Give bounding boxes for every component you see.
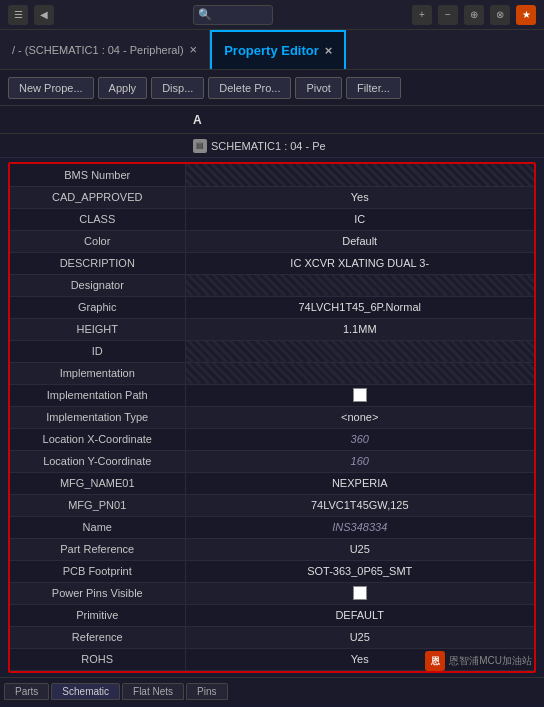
prop-name-cell: DESCRIPTION	[10, 252, 185, 274]
prop-value-cell[interactable]: 74LVCH1T45_6P.Normal	[185, 296, 534, 318]
tab-property-editor-label: Property Editor	[224, 43, 319, 58]
white-box-indicator	[353, 388, 367, 402]
prop-value-cell[interactable]: IC	[185, 208, 534, 230]
table-row[interactable]: ColorDefault	[10, 230, 534, 252]
prop-name-cell: Color	[10, 230, 185, 252]
prop-name-cell: Designator	[10, 274, 185, 296]
new-property-button[interactable]: New Prope...	[8, 77, 94, 99]
table-row[interactable]: BMS Number	[10, 164, 534, 186]
prop-name-cell: CAD_APPROVED	[10, 186, 185, 208]
table-row[interactable]: MFG_PN0174LVC1T45GW,125	[10, 494, 534, 516]
table-row[interactable]: Location Y-Coordinate160	[10, 450, 534, 472]
prop-value-cell[interactable]: INS348334	[185, 516, 534, 538]
prop-value-cell[interactable]	[185, 274, 534, 296]
prop-value-cell[interactable]: SOT-363_0P65_SMT	[185, 560, 534, 582]
table-row[interactable]: HEIGHT1.1MM	[10, 318, 534, 340]
prop-value-cell[interactable]: Default	[185, 230, 534, 252]
prop-name-cell: Power Pins Visible	[10, 582, 185, 604]
prop-name-cell: BMS Number	[10, 164, 185, 186]
search-box[interactable]: 🔍	[193, 5, 273, 25]
table-row[interactable]: Power Pins Visible	[10, 582, 534, 604]
prop-name-cell: Part Reference	[10, 538, 185, 560]
table-row[interactable]: Graphic74LVCH1T45_6P.Normal	[10, 296, 534, 318]
prop-value-cell[interactable]: U25	[185, 538, 534, 560]
bottom-tab-flat-nets[interactable]: Flat Nets	[122, 683, 184, 700]
prop-name-cell: CLASS	[10, 208, 185, 230]
prop-name-cell: Primitive	[10, 604, 185, 626]
table-row[interactable]: NameINS348334	[10, 516, 534, 538]
tab-schematic-label: / - (SCHEMATIC1 : 04 - Peripheral)	[12, 44, 184, 56]
back-icon[interactable]: ◀	[34, 5, 54, 25]
table-row[interactable]: CLASSIC	[10, 208, 534, 230]
prop-value-cell[interactable]: DEFAULT	[185, 604, 534, 626]
delete-property-button[interactable]: Delete Pro...	[208, 77, 291, 99]
tab-bar: / - (SCHEMATIC1 : 04 - Peripheral) × Pro…	[0, 30, 544, 70]
prop-value-cell[interactable]: U25	[185, 626, 534, 648]
button-bar: New Prope... Apply Disp... Delete Pro...…	[0, 70, 544, 106]
watermark: 恩 恩智浦MCU加油站	[425, 651, 532, 671]
prop-value-cell[interactable]: 74LVC1T45GW,125	[185, 494, 534, 516]
prop-value-cell[interactable]: Yes	[185, 186, 534, 208]
bottom-tabs: Parts Schematic Flat Nets Pins	[0, 677, 544, 705]
tab-property-editor-close[interactable]: ×	[325, 43, 333, 58]
filter-button[interactable]: Filter...	[346, 77, 401, 99]
table-row[interactable]: Designator	[10, 274, 534, 296]
settings-icon[interactable]: ★	[516, 5, 536, 25]
menu-icon[interactable]: ☰	[8, 5, 28, 25]
table-row[interactable]: Location X-Coordinate360	[10, 428, 534, 450]
prop-name-cell: MFG_PN01	[10, 494, 185, 516]
apply-button[interactable]: Apply	[98, 77, 148, 99]
watermark-text: 恩智浦MCU加油站	[449, 654, 532, 668]
prop-value-cell[interactable]	[185, 362, 534, 384]
minus-icon[interactable]: −	[438, 5, 458, 25]
table-row[interactable]: CAD_APPROVEDYes	[10, 186, 534, 208]
white-box-indicator	[353, 586, 367, 600]
property-table-wrapper: BMS NumberCAD_APPROVEDYesCLASSICColorDef…	[8, 162, 536, 673]
display-button[interactable]: Disp...	[151, 77, 204, 99]
watermark-icon: 恩	[425, 651, 445, 671]
prop-value-cell[interactable]: 160	[185, 450, 534, 472]
column-header: A	[0, 106, 544, 134]
prop-value-cell[interactable]: IC XCVR XLATING DUAL 3-	[185, 252, 534, 274]
prop-name-cell: Implementation Type	[10, 406, 185, 428]
prop-name-cell: Implementation Path	[10, 384, 185, 406]
property-table: BMS NumberCAD_APPROVEDYesCLASSICColorDef…	[10, 164, 534, 671]
table-row[interactable]: PrimitiveDEFAULT	[10, 604, 534, 626]
bottom-tab-pins[interactable]: Pins	[186, 683, 227, 700]
table-row[interactable]: Implementation	[10, 362, 534, 384]
tab-schematic[interactable]: / - (SCHEMATIC1 : 04 - Peripheral) ×	[0, 30, 210, 69]
tab-schematic-close[interactable]: ×	[190, 42, 198, 57]
prop-value-cell[interactable]: 1.1MM	[185, 318, 534, 340]
zoom-icon[interactable]: ⊕	[464, 5, 484, 25]
prop-name-cell: Implementation	[10, 362, 185, 384]
fit-icon[interactable]: ⊗	[490, 5, 510, 25]
tab-property-editor[interactable]: Property Editor ×	[210, 30, 346, 69]
plus-icon[interactable]: +	[412, 5, 432, 25]
prop-name-cell: PCB Footprint	[10, 560, 185, 582]
toolbar-icons: ☰ ◀	[8, 5, 54, 25]
prop-name-cell: Graphic	[10, 296, 185, 318]
bottom-tab-schematic[interactable]: Schematic	[51, 683, 120, 700]
table-row[interactable]: DESCRIPTIONIC XCVR XLATING DUAL 3-	[10, 252, 534, 274]
table-row[interactable]: PCB FootprintSOT-363_0P65_SMT	[10, 560, 534, 582]
prop-value-cell[interactable]	[185, 164, 534, 186]
prop-name-cell: ID	[10, 340, 185, 362]
prop-value-cell[interactable]	[185, 384, 534, 406]
table-row[interactable]: ReferenceU25	[10, 626, 534, 648]
pivot-button[interactable]: Pivot	[295, 77, 341, 99]
prop-value-cell[interactable]	[185, 582, 534, 604]
schematic-row: ▤ SCHEMATIC1 : 04 - Pe	[0, 134, 544, 158]
prop-value-cell[interactable]	[185, 340, 534, 362]
prop-value-cell[interactable]: 360	[185, 428, 534, 450]
table-row[interactable]: Part ReferenceU25	[10, 538, 534, 560]
prop-value-cell[interactable]: <none>	[185, 406, 534, 428]
table-row[interactable]: ID	[10, 340, 534, 362]
table-row[interactable]: MFG_NAME01NEXPERIA	[10, 472, 534, 494]
table-row[interactable]: Implementation Path	[10, 384, 534, 406]
prop-value-cell[interactable]: NEXPERIA	[185, 472, 534, 494]
prop-name-cell: Location Y-Coordinate	[10, 450, 185, 472]
table-row[interactable]: Implementation Type<none>	[10, 406, 534, 428]
prop-name-cell: Name	[10, 516, 185, 538]
prop-name-cell: MFG_NAME01	[10, 472, 185, 494]
bottom-tab-parts[interactable]: Parts	[4, 683, 49, 700]
